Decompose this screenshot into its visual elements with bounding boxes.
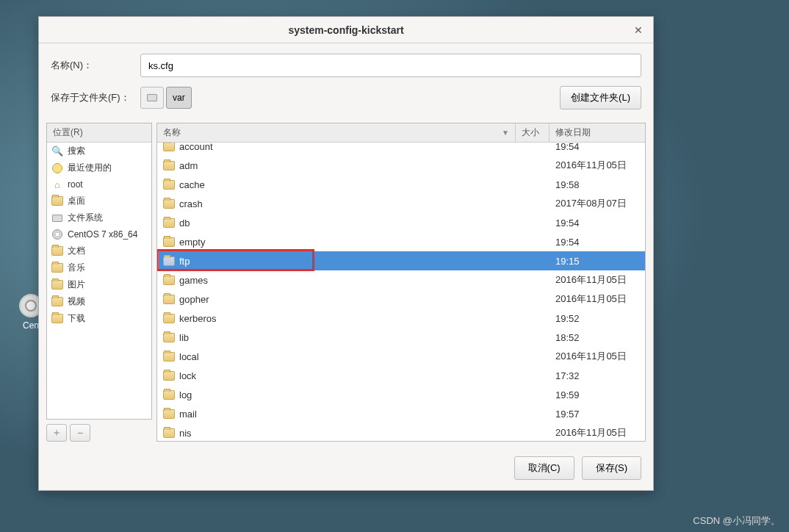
folder-label: 保存于文件夹(F)：	[51, 91, 130, 104]
column-date[interactable]: 修改日期	[550, 123, 645, 142]
file-date: 19:52	[550, 313, 645, 324]
file-name: lock	[179, 370, 196, 381]
file-row[interactable]: lib18:52	[157, 328, 645, 347]
place-label: 下载	[68, 312, 85, 325]
file-date: 2016年11月05日	[550, 159, 645, 172]
name-label: 名称(N)：	[51, 59, 130, 72]
places-header: 位置(R)	[47, 123, 151, 143]
place-item[interactable]: 桌面	[47, 193, 151, 209]
folder-icon	[163, 333, 175, 342]
place-label: 最近使用的	[68, 162, 112, 174]
place-item[interactable]: CentOS 7 x86_64	[47, 226, 151, 242]
file-date: 19:54	[550, 218, 645, 229]
file-row[interactable]: crash2017年08月07日	[157, 194, 645, 213]
file-save-dialog: system-config-kickstart ✕ 名称(N)： 保存于文件夹(…	[38, 16, 654, 491]
files-panel: 名称▼ 大小 修改日期 account19:54adm2016年11月05日ca…	[156, 123, 646, 442]
search-icon: 🔍	[51, 145, 63, 157]
clock-icon	[51, 162, 63, 174]
place-item[interactable]: 最近使用的	[47, 159, 151, 176]
file-date: 19:15	[550, 256, 645, 267]
place-item[interactable]: 文件系统	[47, 209, 151, 226]
folder-icon	[163, 295, 175, 304]
close-icon[interactable]: ✕	[631, 23, 646, 37]
place-item[interactable]: 图片	[47, 276, 151, 293]
dialog-title: system-config-kickstart	[288, 24, 403, 36]
remove-bookmark-button[interactable]: −	[70, 424, 90, 442]
file-row[interactable]: ftp19:15	[157, 251, 645, 270]
file-row[interactable]: adm2016年11月05日	[157, 156, 645, 175]
place-label: 文档	[68, 245, 85, 257]
place-label: 音乐	[68, 262, 85, 274]
file-date: 19:54	[550, 237, 645, 248]
folder-icon	[163, 218, 175, 228]
file-date: 2016年11月05日	[550, 350, 645, 363]
place-item[interactable]: 音乐	[47, 259, 151, 276]
file-date: 17:32	[550, 370, 645, 381]
folder-icon	[51, 262, 63, 274]
folder-icon	[163, 428, 175, 438]
file-row[interactable]: gopher2016年11月05日	[157, 290, 645, 309]
file-name: games	[179, 275, 208, 286]
file-name: nis	[179, 428, 192, 439]
disc-icon	[51, 229, 63, 240]
file-row[interactable]: db19:54	[157, 213, 645, 232]
column-size[interactable]: 大小	[516, 123, 550, 142]
home-icon: ⌂	[51, 179, 63, 190]
folder-icon	[51, 279, 63, 291]
folder-icon	[163, 276, 175, 285]
folder-icon	[163, 180, 175, 190]
file-row[interactable]: mail19:57	[157, 404, 645, 423]
file-row[interactable]: empty19:54	[157, 232, 645, 251]
file-name: crash	[179, 198, 203, 209]
folder-icon	[163, 161, 175, 170]
column-name[interactable]: 名称▼	[157, 123, 516, 142]
file-name: mail	[179, 409, 197, 420]
folder-icon	[163, 199, 175, 209]
file-row[interactable]: local2016年11月05日	[157, 347, 645, 366]
places-sidebar: 位置(R) 🔍搜索最近使用的⌂root桌面文件系统CentOS 7 x86_64…	[46, 123, 152, 442]
file-date: 19:59	[550, 389, 645, 400]
add-bookmark-button[interactable]: ＋	[46, 424, 67, 442]
file-row[interactable]: nis2016年11月05日	[157, 423, 645, 441]
path-var-button[interactable]: var	[166, 87, 192, 109]
place-item[interactable]: ⌂root	[47, 176, 151, 193]
file-row[interactable]: kerberos19:52	[157, 309, 645, 328]
drive-icon	[51, 212, 63, 224]
drive-icon	[147, 94, 157, 101]
folder-icon	[163, 352, 175, 362]
save-button[interactable]: 保存(S)	[582, 456, 641, 480]
file-row[interactable]: log19:59	[157, 385, 645, 404]
place-label: 视频	[68, 295, 85, 308]
file-date: 19:57	[550, 409, 645, 420]
folder-icon	[163, 371, 175, 381]
folder-icon	[51, 245, 63, 257]
file-name: cache	[179, 179, 205, 190]
file-row[interactable]: account19:54	[157, 143, 645, 156]
file-date: 19:58	[550, 179, 645, 190]
folder-icon	[163, 409, 175, 419]
path-root-button[interactable]	[140, 87, 164, 109]
place-item[interactable]: 文档	[47, 242, 151, 259]
place-item[interactable]: 视频	[47, 293, 151, 310]
filename-input[interactable]	[140, 54, 641, 77]
folder-icon	[51, 296, 63, 308]
file-row[interactable]: lock17:32	[157, 366, 645, 385]
place-item[interactable]: 🔍搜索	[47, 143, 151, 159]
file-row[interactable]: games2016年11月05日	[157, 270, 645, 290]
place-label: 桌面	[68, 195, 85, 207]
file-date: 2016年11月05日	[550, 273, 645, 287]
cancel-button[interactable]: 取消(C)	[514, 456, 574, 480]
place-label: 文件系统	[68, 212, 103, 224]
file-row[interactable]: cache19:58	[157, 175, 645, 194]
files-list[interactable]: account19:54adm2016年11月05日cache19:58cras…	[157, 143, 645, 441]
file-name: log	[179, 389, 192, 400]
titlebar: system-config-kickstart ✕	[39, 17, 653, 43]
place-label: 图片	[68, 278, 85, 291]
folder-icon	[163, 256, 175, 266]
file-date: 19:54	[550, 143, 645, 152]
file-name: empty	[179, 237, 205, 248]
folder-icon	[163, 143, 175, 151]
file-name: db	[179, 218, 190, 229]
create-folder-button[interactable]: 创建文件夹(L)	[560, 86, 641, 109]
place-item[interactable]: 下载	[47, 310, 151, 327]
